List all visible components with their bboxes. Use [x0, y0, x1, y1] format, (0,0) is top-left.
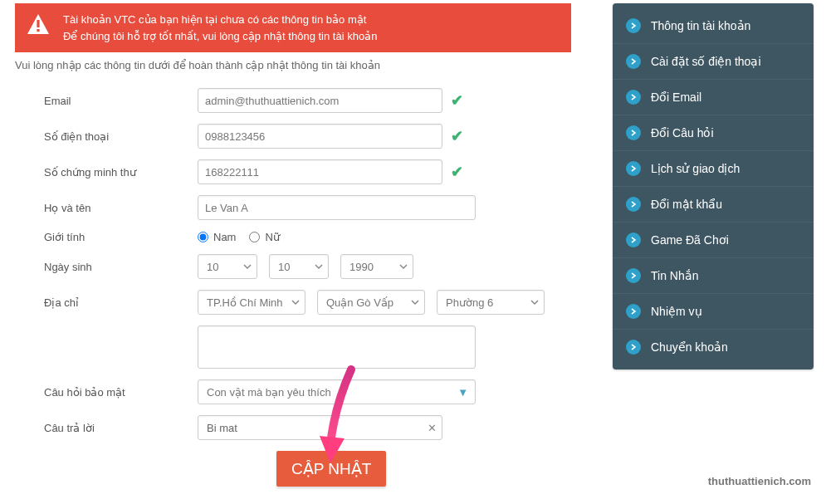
arrow-right-icon — [626, 90, 641, 105]
arrow-right-icon — [626, 18, 641, 33]
nav-label: Đổi Email — [651, 91, 701, 104]
addr-district-select[interactable]: Quận Gò Vấp — [317, 290, 425, 315]
arrow-right-icon — [626, 232, 641, 247]
addr-city-value: TP.Hồ Chí Minh — [207, 296, 283, 309]
email-label: Email — [44, 95, 198, 107]
gender-label: Giới tính — [44, 231, 198, 243]
gender-male-label: Nam — [213, 231, 236, 243]
nav-label: Thông tin tài khoản — [651, 19, 750, 32]
gender-female-radio[interactable] — [249, 232, 260, 242]
question-label: Câu hỏi bảo mật — [44, 386, 198, 399]
watermark: thuthuattienich.com — [708, 475, 811, 487]
alert-line-2: Để chúng tôi hỗ trợ tốt nhất, vui lòng c… — [63, 28, 377, 45]
security-alert: Tài khoản VTC của bạn hiện tại chưa có c… — [15, 3, 571, 52]
dob-label: Ngày sinh — [44, 261, 198, 273]
arrow-right-icon — [626, 54, 641, 69]
nav-transfer[interactable]: Chuyển khoản — [613, 330, 814, 365]
addr-label: Địa chỉ — [44, 296, 198, 309]
nav-played-games[interactable]: Game Đã Chơi — [613, 223, 814, 258]
instruction-text: Vui lòng nhập các thông tin dưới để hoàn… — [15, 59, 571, 71]
gender-male-radio[interactable] — [198, 232, 208, 242]
question-select[interactable]: Con vật mà bạn yêu thích ▼ — [198, 379, 476, 404]
nav-change-email[interactable]: Đổi Email — [613, 80, 814, 115]
id-input[interactable] — [198, 159, 442, 184]
answer-label: Câu trả lời — [44, 422, 198, 434]
addr-ward-value: Phường 6 — [446, 296, 493, 309]
chevron-down-icon — [243, 262, 252, 271]
answer-input[interactable] — [207, 422, 428, 434]
arrow-right-icon — [626, 125, 641, 140]
nav-missions[interactable]: Nhiệm vụ — [613, 294, 814, 330]
addr-ward-select[interactable]: Phường 6 — [437, 290, 545, 315]
dob-year-value: 1990 — [349, 261, 374, 273]
name-label: Họ và tên — [44, 202, 198, 214]
addr-district-value: Quận Gò Vấp — [326, 296, 393, 309]
dob-month-value: 10 — [278, 261, 290, 273]
email-input[interactable] — [198, 88, 442, 113]
gender-female-label: Nữ — [265, 231, 279, 243]
nav-label: Nhiệm vụ — [651, 305, 702, 318]
nav-label: Game Đã Chơi — [651, 233, 729, 247]
phone-input[interactable] — [198, 124, 442, 149]
chevron-down-icon — [315, 262, 323, 271]
dropdown-arrow-icon: ▼ — [457, 386, 468, 399]
sidebar-nav: Thông tin tài khoản Cài đặt số điện thoạ… — [613, 3, 814, 369]
nav-label: Chuyển khoản — [651, 340, 728, 354]
clear-icon[interactable]: ✕ — [428, 422, 437, 434]
arrow-right-icon — [626, 304, 641, 319]
name-input[interactable] — [198, 195, 476, 220]
submit-button[interactable]: CẬP NHẬT — [276, 451, 386, 487]
nav-change-password[interactable]: Đổi mật khẩu — [613, 187, 814, 223]
alert-line-1: Tài khoản VTC của bạn hiện tại chưa có c… — [63, 12, 377, 28]
chevron-down-icon — [530, 298, 539, 306]
dob-day-select[interactable]: 10 — [198, 254, 257, 279]
arrow-right-icon — [626, 268, 641, 283]
check-icon: ✔ — [451, 91, 463, 110]
addr-city-select[interactable]: TP.Hồ Chí Minh — [198, 290, 305, 315]
nav-messages[interactable]: Tin Nhắn — [613, 258, 814, 294]
svg-rect-1 — [37, 29, 39, 32]
nav-label: Tin Nhắn — [651, 269, 699, 282]
nav-label: Đổi Câu hỏi — [651, 126, 714, 139]
nav-label: Cài đặt số điện thoại — [651, 55, 761, 68]
arrow-right-icon — [626, 340, 641, 355]
dob-day-value: 10 — [207, 261, 218, 273]
dob-year-select[interactable]: 1990 — [340, 254, 413, 279]
addr-detail-textarea[interactable] — [198, 325, 476, 369]
check-icon: ✔ — [451, 127, 463, 145]
nav-change-question[interactable]: Đổi Câu hỏi — [613, 115, 814, 151]
nav-label: Đổi mật khẩu — [651, 198, 722, 211]
id-label: Số chứng minh thư — [44, 166, 198, 179]
chevron-down-icon — [399, 262, 408, 271]
check-icon: ✔ — [451, 163, 463, 181]
question-value: Con vật mà bạn yêu thích — [207, 386, 331, 399]
chevron-down-icon — [411, 298, 419, 306]
nav-transaction-history[interactable]: Lịch sử giao dịch — [613, 151, 814, 187]
arrow-right-icon — [626, 161, 641, 176]
svg-rect-0 — [37, 20, 39, 27]
arrow-right-icon — [626, 197, 641, 212]
phone-label: Số điện thoại — [44, 130, 198, 143]
nav-account-info[interactable]: Thông tin tài khoản — [613, 8, 814, 44]
nav-phone-setup[interactable]: Cài đặt số điện thoại — [613, 44, 814, 80]
chevron-down-icon — [291, 298, 300, 306]
dob-month-select[interactable]: 10 — [269, 254, 329, 279]
nav-label: Lịch sử giao dịch — [651, 162, 740, 175]
warning-icon — [27, 13, 50, 37]
